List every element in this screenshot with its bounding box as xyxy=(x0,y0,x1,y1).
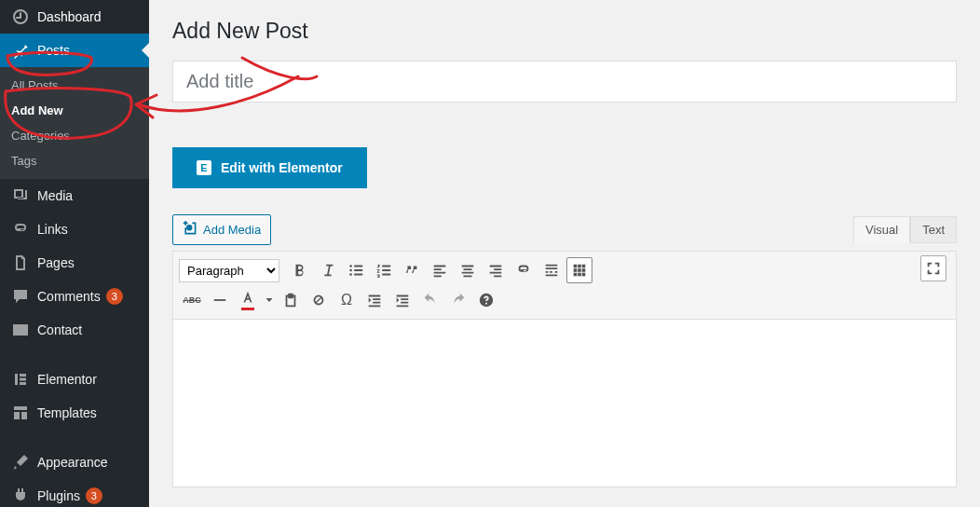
sidebar-item-appearance[interactable]: Appearance xyxy=(0,445,149,479)
sub-item-categories[interactable]: Categories xyxy=(0,123,149,148)
svg-rect-6 xyxy=(574,268,578,272)
outdent-button[interactable] xyxy=(361,287,388,313)
svg-rect-11 xyxy=(582,273,586,277)
sidebar-item-label: Dashboard xyxy=(37,9,102,24)
redo-button[interactable] xyxy=(445,287,471,313)
sub-item-tags[interactable]: Tags xyxy=(0,148,149,173)
svg-rect-7 xyxy=(578,268,581,272)
bullet-list-button[interactable] xyxy=(343,257,369,283)
brush-icon xyxy=(11,453,30,472)
sidebar-item-templates[interactable]: Templates xyxy=(0,396,149,430)
align-right-button[interactable] xyxy=(483,257,509,283)
post-title-input[interactable] xyxy=(172,61,957,103)
sidebar-item-pages[interactable]: Pages xyxy=(0,246,149,280)
admin-sidebar: Dashboard Posts All Posts Add New Catego… xyxy=(0,0,149,507)
add-media-button[interactable]: Add Media xyxy=(172,214,271,245)
sidebar-item-contact[interactable]: Contact xyxy=(0,313,149,347)
clear-formatting-button[interactable] xyxy=(306,287,332,313)
sidebar-item-comments[interactable]: Comments 3 xyxy=(0,280,149,313)
sub-item-add-new[interactable]: Add New xyxy=(0,98,149,123)
mail-icon xyxy=(11,321,30,339)
text-color-button[interactable] xyxy=(235,287,261,313)
sidebar-item-label: Templates xyxy=(37,405,97,420)
svg-rect-9 xyxy=(574,273,578,277)
svg-rect-5 xyxy=(582,265,586,268)
comment-icon xyxy=(11,287,30,306)
insert-link-button[interactable] xyxy=(510,257,537,283)
svg-point-1 xyxy=(349,269,352,272)
link-icon xyxy=(11,220,30,239)
sidebar-separator xyxy=(0,352,149,357)
special-char-button[interactable]: Ω xyxy=(333,287,360,313)
elementor-button-icon: E xyxy=(197,160,211,175)
svg-rect-10 xyxy=(578,273,581,277)
main-content: Add New Post E Edit with Elementor Add M… xyxy=(149,0,980,507)
undo-button[interactable] xyxy=(417,287,443,313)
posts-submenu: All Posts Add New Categories Tags xyxy=(0,67,149,179)
pin-icon xyxy=(11,41,30,60)
media-icon xyxy=(11,186,30,205)
help-button[interactable] xyxy=(473,287,499,313)
dashboard-icon xyxy=(11,7,30,26)
sub-item-all-posts[interactable]: All Posts xyxy=(0,73,149,98)
editor-toolbar: Paragraph ABC xyxy=(172,251,957,320)
read-more-button[interactable] xyxy=(538,257,565,283)
templates-icon xyxy=(11,404,30,422)
edit-with-elementor-button[interactable]: E Edit with Elementor xyxy=(172,147,367,188)
svg-point-0 xyxy=(349,265,352,267)
format-select[interactable]: Paragraph xyxy=(179,259,279,282)
tab-text[interactable]: Text xyxy=(910,216,957,243)
blockquote-button[interactable] xyxy=(399,257,425,283)
bold-button[interactable] xyxy=(287,257,313,283)
sidebar-item-label: Plugins xyxy=(37,488,80,503)
sidebar-separator xyxy=(0,435,149,440)
plugins-badge: 3 xyxy=(86,487,102,504)
indent-button[interactable] xyxy=(389,287,415,313)
svg-rect-8 xyxy=(582,268,586,272)
page-title: Add New Post xyxy=(172,19,957,44)
sidebar-item-label: Posts xyxy=(37,43,70,58)
sidebar-item-links[interactable]: Links xyxy=(0,212,149,246)
elementor-icon xyxy=(11,370,30,389)
fullscreen-button[interactable] xyxy=(920,255,946,281)
add-media-label: Add Media xyxy=(203,223,261,237)
plugin-icon xyxy=(11,486,30,505)
sidebar-item-dashboard[interactable]: Dashboard xyxy=(0,0,149,34)
horizontal-rule-button[interactable] xyxy=(207,287,233,313)
text-color-dropdown-button[interactable] xyxy=(263,287,276,313)
align-left-button[interactable] xyxy=(427,257,453,283)
sidebar-item-elementor[interactable]: Elementor xyxy=(0,363,149,396)
sidebar-item-label: Contact xyxy=(37,322,82,337)
content-editor[interactable] xyxy=(172,320,957,487)
sidebar-item-label: Elementor xyxy=(37,372,97,387)
sidebar-item-media[interactable]: Media xyxy=(0,179,149,212)
toolbar-toggle-button[interactable] xyxy=(566,257,592,283)
paste-text-button[interactable] xyxy=(278,287,304,313)
sidebar-item-label: Appearance xyxy=(37,455,108,470)
media-add-icon xyxy=(183,221,197,239)
align-center-button[interactable] xyxy=(455,257,481,283)
sidebar-item-label: Links xyxy=(37,222,68,237)
sidebar-item-posts[interactable]: Posts xyxy=(0,34,149,67)
elementor-button-label: Edit with Elementor xyxy=(221,160,343,175)
sidebar-item-plugins[interactable]: Plugins 3 xyxy=(0,479,149,507)
comments-badge: 3 xyxy=(106,288,123,305)
svg-point-2 xyxy=(349,273,352,276)
sidebar-item-label: Media xyxy=(37,188,73,203)
sidebar-item-label: Comments xyxy=(37,289,101,304)
page-icon xyxy=(11,254,30,272)
numbered-list-button[interactable] xyxy=(371,257,397,283)
svg-rect-12 xyxy=(214,299,226,301)
sidebar-item-label: Pages xyxy=(37,255,75,270)
tab-visual[interactable]: Visual xyxy=(853,216,910,243)
strikethrough-button[interactable]: ABC xyxy=(179,287,205,313)
editor-wrap: Add Media Visual Text Paragraph xyxy=(172,214,957,487)
svg-rect-3 xyxy=(574,265,578,268)
svg-rect-4 xyxy=(578,265,581,268)
italic-button[interactable] xyxy=(315,257,341,283)
